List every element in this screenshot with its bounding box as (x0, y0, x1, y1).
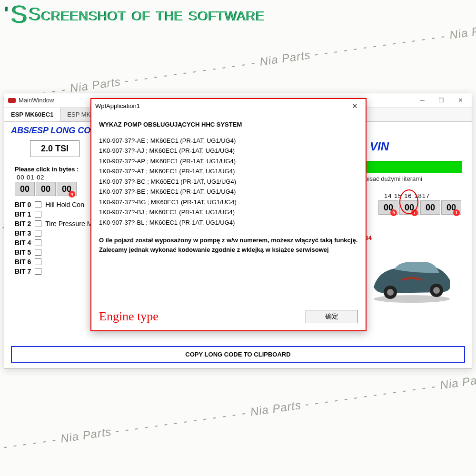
bit-checkbox[interactable] (35, 249, 41, 256)
pump-list: 1K0-907-37?-AE ; MK60EC1 (PR-1AT, UG1/UG… (99, 136, 358, 228)
bit-checkbox[interactable] (35, 211, 41, 218)
dialog-ok-button[interactable]: 确定 (306, 310, 358, 323)
dialog-note: O ile pojazd został wyposażony w pompę z… (99, 236, 358, 254)
bit-checkbox[interactable] (35, 230, 41, 237)
bit-checkbox[interactable] (35, 268, 41, 275)
byte-row-right: 009 001 00 001 (378, 200, 461, 215)
pump-entry: 1K0-907-37?-BL ; MK60EC1 (PR-1AT, UG1/UG… (99, 218, 358, 228)
bit-label: BIT 6 (15, 258, 31, 266)
bit-label: BIT 1 (15, 210, 31, 218)
pump-entry: 1K0-907-37?-AJ ; MK60EC1 (PR-1AT, UG1/UG… (99, 146, 358, 156)
byte-00[interactable]: 00 (15, 182, 35, 196)
byte-14[interactable]: 009 (378, 200, 398, 215)
copy-long-code-button[interactable]: COPY LONG CODE TO CLIPBOARD (11, 346, 465, 363)
byte-16[interactable]: 00 (420, 200, 440, 215)
byte-02[interactable]: 004 (57, 182, 77, 196)
byte-15[interactable]: 001 (399, 200, 419, 215)
bit-desc: Tire Pressure M (45, 220, 92, 228)
dialog-subtitle: WYKAZ POMP OBSŁUGUJĄCYCH HHC SYSTEM (99, 120, 358, 129)
minimize-button[interactable]: ─ (413, 94, 432, 107)
vin-hint: pisać dużymi literami (365, 175, 422, 182)
bit-label: BIT 4 (15, 239, 31, 247)
bit-label: BIT 7 (15, 268, 31, 275)
pump-entry: 1K0-907-37?-AP ; MK60EC1 (PR-1AT, UG1/UG… (99, 157, 358, 166)
app-icon (8, 98, 16, 103)
pump-entry: 1K0-907-37?-AT ; MK60EC1 (PR-1AT, UG1/UG… (99, 167, 358, 176)
bit-checkbox[interactable] (35, 201, 41, 208)
watermark: - - - - - - - - Nia Parts - - - - - - - … (0, 367, 476, 456)
bit-desc: Hill Hold Con (45, 201, 84, 208)
pump-entry: 1K0-907-37?-BG ; MK60EC1 (PR-1AT, UG1/UG… (99, 198, 358, 207)
dialog-title: WpfApplication1 (95, 102, 347, 109)
engine-type-label: Engine type (99, 309, 159, 324)
maximize-button[interactable]: ☐ (432, 94, 451, 107)
tab-esp-mk60ec1[interactable]: ESP MK60EC1 (4, 108, 60, 121)
svg-point-2 (387, 289, 394, 296)
banner: 'SScreenshot of the software (0, 0, 476, 29)
byte-headers-right: 14 15 16 1817 (384, 192, 461, 199)
svg-point-4 (433, 287, 440, 294)
bit-checkbox[interactable] (35, 220, 41, 227)
bit-label: BIT 2 (15, 220, 31, 228)
pump-entry: 1K0-907-37?-BC ; MK60EC1 (PR-1AT, UG1/UG… (99, 177, 358, 187)
bit-label: BIT 3 (15, 229, 31, 237)
engine-select[interactable]: 2.0 TSI (30, 140, 79, 157)
byte-01[interactable]: 00 (36, 182, 56, 196)
banner-text: Screenshot of the software (29, 4, 265, 25)
pump-entry: 1K0-907-37?-BE ; MK60EC1 (PR-1AT, UG1/UG… (99, 187, 358, 197)
car-image (364, 247, 459, 304)
close-button[interactable]: ✕ (451, 94, 470, 107)
bit-label: BIT 0 (15, 201, 31, 208)
pump-entry: 1K0-907-37?-BJ ; MK60EC1 (PR-1AT, UG1/UG… (99, 208, 358, 217)
dialog-close-button[interactable]: ✕ (347, 102, 362, 110)
bit-checkbox[interactable] (35, 239, 41, 246)
byte-18-17[interactable]: 001 (441, 200, 461, 215)
hhc-dialog: WpfApplication1 ✕ WYKAZ POMP OBSŁUGUJĄCY… (90, 98, 367, 331)
dialog-titlebar: WpfApplication1 ✕ (91, 99, 366, 113)
bit-label: BIT 5 (15, 248, 31, 256)
pump-entry: 1K0-907-37?-AE ; MK60EC1 (PR-1AT, UG1/UG… (99, 136, 358, 146)
bit-checkbox[interactable] (35, 258, 41, 265)
